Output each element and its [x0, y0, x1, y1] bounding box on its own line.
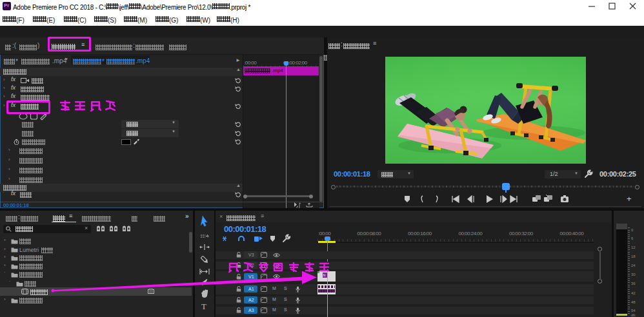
svg-text:T: T [201, 302, 206, 311]
